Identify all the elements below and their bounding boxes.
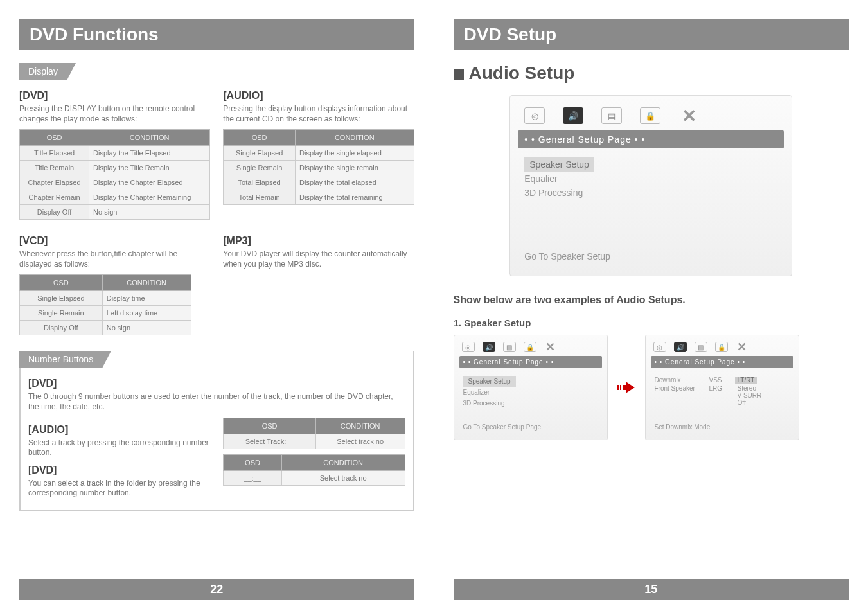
- num-dvd-t: The 0 through 9 number buttons are used …: [28, 392, 405, 412]
- table-row: Title RemainDisplay the Title Remain: [20, 161, 210, 175]
- num-dvd2-h: [DVD]: [28, 465, 210, 476]
- menu-footer: Go To Speaker Setup: [518, 245, 784, 268]
- audio-table: OSDCONDITION Single ElapsedDisplay the s…: [223, 129, 414, 205]
- page-number-right: 15: [454, 579, 849, 600]
- th-osd: OSD: [224, 418, 316, 434]
- disc-icon[interactable]: ◎: [653, 342, 666, 352]
- menu-item-3d-processing[interactable]: 3D Processing: [524, 186, 777, 200]
- square-bullet-icon: [454, 69, 464, 80]
- right-title: DVD Setup: [454, 19, 849, 50]
- vcd-text: Whenever press the button,title chapter …: [19, 249, 210, 269]
- menu-screenshot-a: ◎ 🔊 ▤ 🔒 ✕ • • General Setup Page • • Spe…: [454, 335, 608, 440]
- table-row: Display OffNo sign: [20, 321, 191, 335]
- menu-bar: • • General Setup Page • •: [651, 356, 793, 368]
- menu-bar: • • General Setup Page • •: [518, 130, 784, 148]
- mp3-text: Your DVD player will display the counter…: [223, 249, 414, 269]
- menu-item-speaker-setup[interactable]: Speaker Setup: [524, 157, 594, 172]
- th-cond: CONDITION: [281, 454, 405, 470]
- dvd-text: Pressing the DISPLAY button on the remot…: [19, 104, 210, 124]
- table-row: Total RemainDisplay the total remaining: [224, 190, 414, 205]
- th-cond: CONDITION: [102, 275, 191, 291]
- mp3-heading: [MP3]: [223, 235, 414, 247]
- speaker-icon[interactable]: 🔊: [563, 107, 583, 124]
- menu-footer: Go To Speaker Setup Page: [459, 420, 602, 434]
- vcd-heading: [VCD]: [19, 235, 210, 247]
- option-row-downmix[interactable]: Downmix VSS LT/RT: [655, 376, 790, 384]
- arrow-right-icon: [617, 382, 636, 393]
- audio-heading: [AUDIO]: [223, 90, 414, 102]
- th-osd: OSD: [224, 130, 296, 146]
- num-table-1: OSDCONDITION Select Track:__Select track…: [223, 418, 405, 449]
- th-osd: OSD: [224, 454, 282, 470]
- th-cond: CONDITION: [89, 130, 210, 146]
- menu-footer: Set Downmix Mode: [651, 420, 793, 434]
- osd-icon[interactable]: ▤: [503, 342, 516, 352]
- disc-icon[interactable]: ◎: [524, 107, 545, 124]
- display-tag: Display: [19, 63, 67, 80]
- example1-title: 1. Speaker Setup: [454, 317, 849, 328]
- dvd-heading: [DVD]: [19, 90, 210, 102]
- num-audio-h: [AUDIO]: [28, 424, 210, 436]
- lock-icon[interactable]: 🔒: [715, 342, 728, 352]
- close-icon[interactable]: ✕: [544, 342, 557, 352]
- menu-screenshot-b: ◎ 🔊 ▤ 🔒 ✕ • • General Setup Page • • Dow…: [645, 335, 799, 440]
- table-row: Single ElapsedDisplay the single elapsed: [224, 146, 414, 161]
- audio-text: Pressing the display button displays inf…: [223, 104, 414, 124]
- th-osd: OSD: [20, 275, 103, 291]
- lock-icon[interactable]: 🔒: [640, 107, 660, 124]
- menu-screenshot-main: ◎ 🔊 ▤ 🔒 ✕ • • General Setup Page • • Spe…: [509, 95, 792, 276]
- speaker-icon[interactable]: 🔊: [483, 342, 495, 352]
- th-cond: CONDITION: [315, 418, 405, 434]
- lock-icon[interactable]: 🔒: [524, 342, 536, 352]
- vcd-table: OSDCONDITION Single ElapsedDisplay time …: [19, 274, 191, 335]
- menu-item-speaker-setup[interactable]: Speaker Setup: [463, 376, 516, 387]
- menu-bar: • • General Setup Page • •: [459, 356, 602, 368]
- menu-item-equalizer[interactable]: Equalizer: [463, 387, 598, 398]
- table-row: Single ElapsedDisplay time: [20, 291, 191, 306]
- table-row: Total ElapsedDisplay the total elapsed: [224, 175, 414, 190]
- num-table-2: OSDCONDITION __:__Select track no: [223, 454, 405, 486]
- osd-icon[interactable]: ▤: [601, 107, 622, 124]
- table-row: Single RemainLeft display time: [20, 306, 191, 321]
- th-osd: OSD: [20, 130, 89, 146]
- option-row-front-speaker[interactable]: Front Speaker LRG Stereo V SURR Off: [655, 384, 790, 407]
- num-dvd2-t: You can select a track in the folder by …: [28, 479, 210, 499]
- number-buttons-tag: Number Buttons: [19, 351, 102, 368]
- table-row: Chapter RemainDisplay the Chapter Remain…: [20, 190, 210, 205]
- table-row: __:__Select track no: [224, 470, 405, 485]
- num-dvd-h: [DVD]: [28, 378, 405, 389]
- menu-item-3d-processing[interactable]: 3D Processing: [463, 398, 598, 409]
- audio-setup-heading: Audio Setup: [454, 63, 849, 84]
- page-number-left: 22: [19, 579, 414, 600]
- close-icon[interactable]: ✕: [736, 342, 748, 352]
- left-title: DVD Functions: [19, 19, 414, 50]
- examples-caption: Show below are two examples of Audio Set…: [454, 294, 849, 306]
- speaker-icon[interactable]: 🔊: [674, 342, 687, 352]
- table-row: Select Track:__Select track no: [224, 434, 405, 449]
- num-audio-t: Select a track by pressing the correspon…: [28, 438, 210, 458]
- table-row: Single RemainDisplay the single remain: [224, 161, 414, 175]
- menu-item-equalier[interactable]: Equalier: [524, 172, 777, 186]
- dvd-table: OSDCONDITION Title ElapsedDisplay the Ti…: [19, 129, 210, 220]
- th-cond: CONDITION: [296, 130, 414, 146]
- table-row: Display OffNo sign: [20, 205, 210, 220]
- disc-icon[interactable]: ◎: [462, 342, 475, 352]
- osd-icon[interactable]: ▤: [695, 342, 707, 352]
- close-icon[interactable]: ✕: [678, 107, 699, 124]
- table-row: Chapter ElapsedDisplay the Chapter Elaps…: [20, 175, 210, 190]
- table-row: Title ElapsedDisplay the Title Elapsed: [20, 146, 210, 161]
